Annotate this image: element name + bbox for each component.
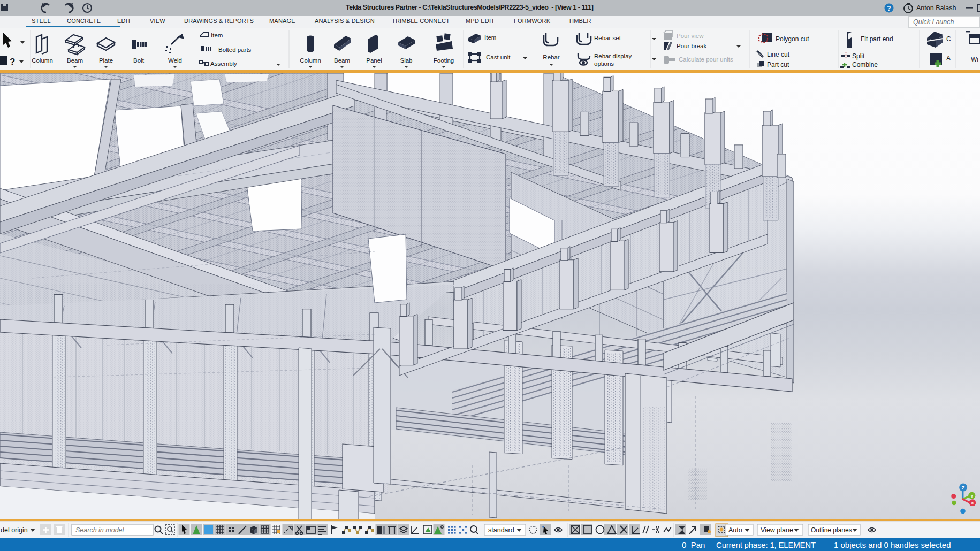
svg-text:Fit part end: Fit part end [861, 35, 893, 43]
svg-text:Assembly: Assembly [210, 60, 237, 67]
svg-text:del origin: del origin [1, 526, 28, 534]
svg-text:X: X [971, 501, 974, 506]
svg-text:Wi: Wi [971, 56, 978, 63]
svg-text:?: ? [887, 5, 891, 12]
svg-text:Rebar set: Rebar set [594, 35, 621, 41]
svg-text:Footing: Footing [434, 57, 454, 64]
svg-text:Bolted parts: Bolted parts [218, 47, 252, 53]
svg-text:Cast unit: Cast unit [486, 54, 511, 60]
svg-text:Search in model: Search in model [75, 526, 125, 534]
svg-text:Combine: Combine [852, 61, 878, 68]
svg-text:Outline planes: Outline planes [811, 526, 852, 534]
svg-text:Line cut: Line cut [767, 51, 790, 58]
svg-text:standard: standard [488, 526, 514, 534]
svg-text:Weld: Weld [168, 57, 182, 64]
svg-text:Panel: Panel [366, 57, 382, 64]
svg-text:Calculate pour units: Calculate pour units [679, 56, 733, 63]
svg-text:Plate: Plate [99, 57, 113, 64]
svg-text:Part cut: Part cut [767, 61, 789, 68]
svg-text:Slab: Slab [400, 57, 412, 64]
svg-text:Split: Split [852, 52, 865, 60]
svg-text:Column: Column [300, 57, 321, 64]
svg-text:C: C [946, 35, 951, 43]
svg-text:?: ? [10, 57, 15, 67]
svg-text:Beam: Beam [67, 57, 83, 64]
svg-text:Item: Item [484, 34, 496, 41]
svg-text:Rebar: Rebar [543, 54, 559, 60]
svg-text:View plane: View plane [761, 526, 793, 534]
svg-text:Item: Item [211, 32, 223, 39]
svg-text:Rebar display: Rebar display [594, 53, 632, 59]
svg-text:Auto: Auto [728, 526, 742, 534]
svg-text:Y: Y [970, 494, 974, 499]
svg-text:Beam: Beam [334, 57, 350, 64]
svg-text:Pour break: Pour break [677, 43, 707, 49]
svg-text:Z: Z [962, 485, 965, 491]
svg-text:Polygon cut: Polygon cut [776, 35, 809, 43]
svg-text:A: A [946, 55, 951, 62]
svg-text:Bolt: Bolt [133, 57, 145, 64]
svg-text:options: options [594, 60, 614, 67]
svg-text:Pour view: Pour view [677, 33, 704, 39]
svg-text:Column: Column [32, 57, 53, 64]
